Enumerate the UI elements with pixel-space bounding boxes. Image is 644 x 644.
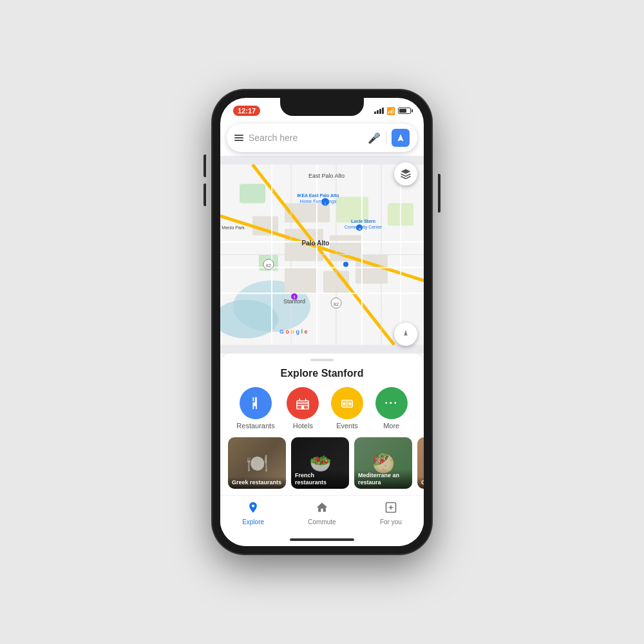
divider — [386, 131, 386, 144]
nav-for-you[interactable]: For you — [380, 501, 402, 526]
svg-text:82: 82 — [266, 263, 271, 268]
svg-text:Lucie Stern: Lucie Stern — [351, 219, 375, 223]
home-bar — [290, 538, 354, 541]
svg-text:G
          o
          o
    : G o o g l e — [279, 328, 308, 335]
commute-nav-label: Commute — [308, 518, 336, 526]
svg-rect-51 — [301, 406, 304, 410]
phone-frame: 12:17 📶 Search here — [213, 90, 431, 554]
category-row: Restaurants Hotels — [220, 387, 424, 430]
wifi-icon: 📶 — [386, 107, 395, 115]
search-input[interactable]: Search here — [249, 133, 363, 143]
svg-point-54 — [349, 402, 352, 405]
restaurant-cards: 🍽️ Greek restaurants 🥗 French restaurant… — [220, 437, 424, 489]
category-events[interactable]: Events — [331, 387, 363, 430]
more-label: More — [383, 422, 399, 430]
nav-explore[interactable]: Explore — [242, 501, 264, 526]
svg-rect-9 — [285, 268, 317, 294]
search-bar[interactable]: Search here 🎤 — [227, 124, 417, 152]
for-you-nav-label: For you — [380, 518, 402, 526]
events-icon — [331, 387, 363, 419]
svg-rect-3 — [240, 184, 265, 204]
svg-text:East Palo Alto: East Palo Alto — [308, 173, 345, 179]
svg-text:Menlo Park: Menlo Park — [222, 225, 245, 230]
explore-nav-label: Explore — [242, 518, 264, 526]
directions-icon[interactable] — [392, 129, 410, 147]
events-label: Events — [336, 422, 358, 430]
bottom-panel: Explore Stanford Restaurants — [220, 354, 424, 533]
commute-icon — [316, 501, 328, 517]
map-layers-button[interactable] — [394, 162, 417, 185]
phone-screen: 12:17 📶 Search here — [220, 98, 424, 546]
card-french[interactable]: 🥗 French restaurants — [291, 437, 349, 489]
svg-text:Home Furnishings: Home Furnishings — [300, 199, 337, 204]
svg-text:82: 82 — [334, 302, 339, 307]
restaurants-label: Restaurants — [236, 422, 274, 430]
status-icons: 📶 — [374, 107, 411, 115]
card-label-outdoor: Out dini — [417, 477, 424, 489]
svg-text:Palo Alto: Palo Alto — [302, 240, 330, 247]
card-label-greek: Greek restaurants — [228, 477, 286, 489]
category-restaurants[interactable]: Restaurants — [236, 387, 274, 430]
home-indicator — [220, 533, 424, 546]
signal-icon — [374, 108, 384, 114]
card-label-med: Mediterrane an restaura — [354, 469, 412, 489]
hotels-icon — [287, 387, 319, 419]
nav-commute[interactable]: Commute — [308, 501, 336, 526]
map-area[interactable]: 82 82 i ★ f East Palo Alto Palo Alto Men… — [220, 156, 424, 354]
volume-down-button[interactable] — [204, 184, 206, 206]
category-more[interactable]: ··· More — [375, 387, 408, 430]
svg-point-37 — [343, 262, 348, 267]
more-icon: ··· — [375, 387, 408, 419]
svg-text:IKEA East Palo Alto: IKEA East Palo Alto — [297, 193, 339, 198]
card-label-french: French restaurants — [291, 469, 349, 489]
card-outdoor[interactable]: 🍷 Out dini — [417, 437, 424, 489]
location-button[interactable] — [394, 323, 417, 346]
category-hotels[interactable]: Hotels — [287, 387, 319, 430]
svg-point-47 — [405, 334, 407, 336]
svg-text:Stanford: Stanford — [283, 298, 305, 305]
menu-icon[interactable] — [234, 135, 243, 141]
status-time: 12:17 — [233, 106, 260, 116]
panel-handle — [310, 359, 334, 361]
notch — [280, 98, 364, 116]
restaurants-icon — [240, 387, 272, 419]
card-greek[interactable]: 🍽️ Greek restaurants — [228, 437, 286, 489]
explore-icon — [247, 501, 260, 517]
power-button[interactable] — [438, 174, 440, 213]
explore-title: Explore Stanford — [220, 368, 424, 379]
for-you-icon — [384, 501, 397, 517]
card-med[interactable]: 🥙 Mediterrane an restaura — [354, 437, 412, 489]
hotels-label: Hotels — [293, 422, 313, 430]
battery-icon — [398, 108, 411, 114]
volume-up-button[interactable] — [204, 155, 206, 177]
svg-point-53 — [343, 402, 346, 405]
microphone-icon[interactable]: 🎤 — [368, 132, 381, 144]
svg-text:Community Center: Community Center — [345, 225, 383, 230]
bottom-nav: Explore Commute — [220, 495, 424, 533]
